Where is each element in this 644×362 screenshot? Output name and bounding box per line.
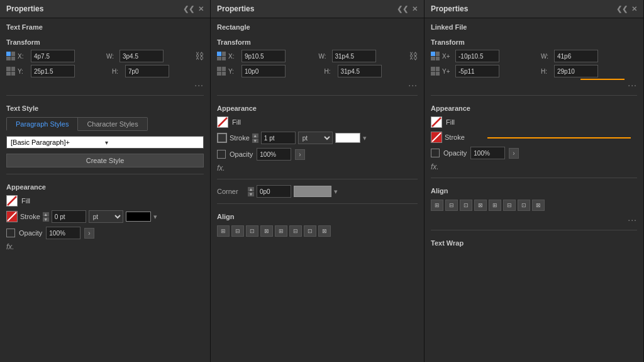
align-bottom-edge[interactable]: ⊟ xyxy=(289,225,302,237)
transform-icon-left xyxy=(6,52,15,60)
right-transform-label: Transform xyxy=(425,33,643,48)
right-more-dots2[interactable]: ··· xyxy=(425,213,643,226)
left-collapse-icon[interactable]: ❮❮ xyxy=(183,5,194,13)
right-align-6[interactable]: ⊟ xyxy=(503,200,516,211)
transform-icon-right xyxy=(431,52,440,60)
corner-spinner[interactable]: ▲ ▼ xyxy=(248,187,254,196)
fill-row-right: Fill xyxy=(425,115,643,130)
mid-divider1 xyxy=(217,95,418,96)
stroke-input-mid[interactable] xyxy=(261,132,296,144)
right-align-3[interactable]: ⊡ xyxy=(460,200,472,211)
right-align-7[interactable]: ⊡ xyxy=(518,200,530,211)
create-style-button[interactable]: Create Style xyxy=(6,154,204,167)
stroke-swatch-mid[interactable] xyxy=(335,133,360,143)
right-align-1[interactable]: ⊞ xyxy=(431,200,443,211)
corner-input[interactable] xyxy=(257,185,291,198)
stroke-spinner-mid[interactable]: ▲ ▼ xyxy=(252,133,258,143)
fx-row-right[interactable]: fx. xyxy=(425,161,643,174)
opacity-checkbox-right[interactable] xyxy=(431,149,440,157)
corner-dropdown-arrow[interactable]: ▾ xyxy=(334,188,338,196)
stroke-row-left: Stroke ▲ ▼ pt ▾ xyxy=(0,208,210,225)
left-close-icon[interactable]: ✕ xyxy=(198,5,204,13)
mid-y-field: Y: xyxy=(228,65,322,77)
align-top-edge[interactable]: ⊠ xyxy=(260,225,273,237)
right-panel-title: Properties xyxy=(431,4,468,13)
mid-h-input[interactable] xyxy=(338,65,382,77)
stroke-swatch-arrow-left[interactable]: ▾ xyxy=(153,213,157,221)
y-field-group: Y: xyxy=(18,65,109,77)
right-h-input[interactable] xyxy=(554,65,598,77)
h-field-group: H: xyxy=(112,65,204,77)
right-align-2[interactable]: ⊟ xyxy=(445,200,458,211)
fill-icon-mid[interactable] xyxy=(217,116,228,128)
opacity-label-left: Opacity xyxy=(19,229,42,237)
right-align-4[interactable]: ⊠ xyxy=(474,200,487,211)
opacity-input-mid[interactable] xyxy=(257,148,291,161)
mid-w-input[interactable] xyxy=(332,50,376,62)
align-right-edge[interactable]: ⊡ xyxy=(246,225,258,237)
fx-row-left[interactable]: fx. xyxy=(0,241,210,254)
w-input[interactable] xyxy=(119,50,164,62)
x-field-group: X: xyxy=(18,50,104,62)
link-proportions-icon[interactable]: ⛓ xyxy=(195,51,204,61)
character-styles-tab[interactable]: Character Styles xyxy=(78,117,147,131)
align-center-h[interactable]: ⊟ xyxy=(231,225,244,237)
right-align-8[interactable]: ⊠ xyxy=(532,200,545,211)
stroke-spinner-left[interactable]: ▲ ▼ xyxy=(43,212,49,222)
mid-close-icon[interactable]: ✕ xyxy=(412,5,418,13)
stroke-icon-right[interactable] xyxy=(431,132,442,143)
align-left-edge[interactable]: ⊞ xyxy=(217,225,230,237)
mid-collapse-icon[interactable]: ❮❮ xyxy=(397,5,408,13)
svg-line-4 xyxy=(432,133,441,142)
fill-label-mid: Fill xyxy=(232,118,241,126)
right-more-dots[interactable]: ··· xyxy=(425,79,643,91)
right-divider2 xyxy=(431,178,637,178)
y-input[interactable] xyxy=(31,65,75,77)
stroke-swatch-left[interactable] xyxy=(126,212,151,222)
align-extra2[interactable]: ⊠ xyxy=(318,225,331,237)
stroke-input-left[interactable] xyxy=(52,210,86,223)
fill-slash-svg-right xyxy=(431,116,442,128)
opacity-input-left[interactable] xyxy=(46,227,80,239)
fill-icon-left[interactable] xyxy=(6,195,18,206)
stroke-icon-left[interactable] xyxy=(6,211,18,222)
stroke-swatch-arrow-mid[interactable]: ▾ xyxy=(363,134,367,142)
right-divider1 xyxy=(431,95,637,96)
right-collapse-icon[interactable]: ❮❮ xyxy=(616,5,628,13)
align-center-v[interactable]: ⊞ xyxy=(275,225,287,237)
stroke-unit-mid[interactable]: pt xyxy=(298,132,333,144)
right-y-input[interactable] xyxy=(455,65,499,77)
stroke-unit-left[interactable]: pt xyxy=(89,210,123,223)
left-more-dots[interactable]: ··· xyxy=(0,79,210,91)
mid-align-label: Align xyxy=(211,208,424,223)
stroke-label-mid: Stroke xyxy=(230,134,250,142)
opacity-checkbox-left[interactable] xyxy=(6,229,15,237)
stroke-square-mid[interactable] xyxy=(217,133,227,143)
fx-row-mid[interactable]: fx. xyxy=(211,162,424,175)
x-input[interactable] xyxy=(31,50,75,62)
style-dropdown[interactable]: [Basic Paragraph]+ ▾ xyxy=(6,136,204,149)
opacity-arrow-right[interactable]: › xyxy=(509,148,518,159)
mid-h-field: H: xyxy=(325,65,418,77)
fill-icon-right[interactable] xyxy=(431,116,442,128)
mid-y-input[interactable] xyxy=(242,65,286,77)
right-align-5[interactable]: ⊞ xyxy=(489,200,501,211)
stroke-slash-svg-right xyxy=(431,132,442,143)
right-w-input[interactable] xyxy=(554,50,598,62)
opacity-input-right[interactable] xyxy=(470,147,505,159)
opacity-checkbox-mid[interactable] xyxy=(217,150,226,159)
h-input[interactable] xyxy=(125,65,169,77)
right-x-label: X+ xyxy=(442,53,453,60)
opacity-arrow-left[interactable]: › xyxy=(84,228,94,239)
mid-transform-label: Transform xyxy=(211,33,424,48)
right-x-input[interactable] xyxy=(455,50,499,62)
align-extra1[interactable]: ⊡ xyxy=(304,225,316,237)
opacity-arrow-mid[interactable]: › xyxy=(295,149,304,160)
right-close-icon[interactable]: ✕ xyxy=(631,5,637,13)
mid-more-dots[interactable]: ··· xyxy=(211,79,424,91)
mid-x-input[interactable] xyxy=(242,50,286,62)
right-w-label: W: xyxy=(541,53,552,60)
paragraph-styles-tab[interactable]: Paragraph Styles xyxy=(6,117,78,131)
mid-appearance-label: Appearance xyxy=(211,99,424,115)
mid-link-icon[interactable]: ⛓ xyxy=(409,51,418,61)
